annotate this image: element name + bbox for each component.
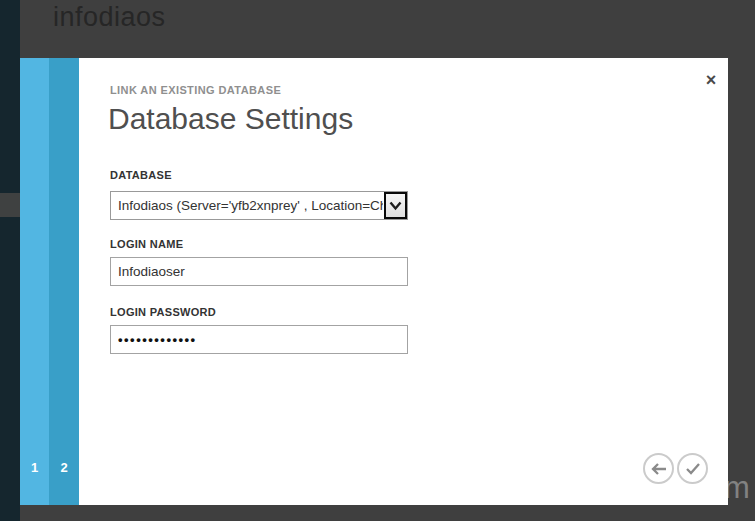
- login-name-label: LOGIN NAME: [110, 238, 183, 250]
- database-select-value: Infodiaos (Server='yfb2xnprey' , Locatio…: [118, 192, 383, 219]
- link-database-dialog: 1 2 × LINK AN EXISTING DATABASE Database…: [20, 58, 728, 505]
- wizard-stripe-step-1: 1: [20, 58, 49, 505]
- database-select-dropdown-button[interactable]: [384, 192, 407, 219]
- database-select[interactable]: Infodiaos (Server='yfb2xnprey' , Locatio…: [110, 191, 408, 220]
- back-button[interactable]: [643, 453, 674, 484]
- chevron-down-icon: [389, 197, 402, 215]
- sidebar-selected-item: [0, 193, 20, 217]
- login-password-input[interactable]: [110, 325, 408, 354]
- wizard-stripe-step-2: 2: [49, 58, 79, 505]
- checkmark-icon: [685, 462, 701, 475]
- step-indicator-2[interactable]: 2: [49, 460, 79, 475]
- confirm-button[interactable]: [677, 453, 708, 484]
- step-indicator-1[interactable]: 1: [20, 460, 49, 475]
- background-page-title: infodiaos: [53, 2, 166, 33]
- collapsed-sidebar: [0, 0, 20, 521]
- dialog-eyebrow: LINK AN EXISTING DATABASE: [110, 84, 281, 96]
- login-password-label: LOGIN PASSWORD: [110, 306, 216, 318]
- database-label: DATABASE: [110, 169, 172, 181]
- back-arrow-icon: [650, 462, 668, 476]
- login-name-input[interactable]: [110, 257, 408, 286]
- close-button[interactable]: ×: [699, 68, 723, 92]
- close-icon: ×: [706, 71, 717, 89]
- dialog-title: Database Settings: [108, 102, 353, 136]
